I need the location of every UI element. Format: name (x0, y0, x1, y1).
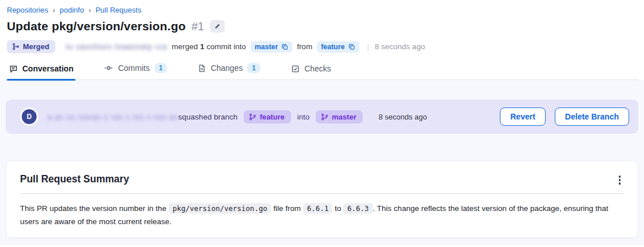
summary-text: to (335, 204, 341, 213)
summary-card-title: Pull Request Summary (20, 173, 129, 185)
summary-text: file from (273, 204, 301, 213)
revert-button[interactable]: Revert (500, 107, 546, 126)
page-title: Update pkg/version/version.go (7, 19, 186, 33)
tab-conversation[interactable]: Conversation (7, 64, 75, 79)
breadcrumb-podinfo[interactable]: podinfo (59, 6, 84, 14)
tab-label: Conversation (22, 64, 73, 73)
commit-count: 1 (200, 42, 205, 51)
checklist-icon (291, 65, 300, 73)
target-branch-chip[interactable]: master (251, 41, 292, 53)
delete-branch-button[interactable]: Delete Branch (555, 107, 629, 126)
tab-changes[interactable]: Changes 1 (196, 63, 263, 79)
inline-code-new-version: 6.6.3 (343, 203, 373, 214)
breadcrumb-separator: › (89, 6, 91, 14)
separator: | (367, 42, 369, 51)
tab-label: Commits (118, 63, 149, 73)
source-branch-chip[interactable]: feature (317, 41, 359, 53)
git-merge-icon (12, 43, 19, 50)
target-branch-label: master (255, 43, 278, 51)
from-label: from (297, 42, 312, 51)
avatar[interactable]: D (22, 109, 37, 124)
merge-description: merged 1 commit into (172, 42, 246, 51)
pr-tabs: Conversation Commits 1 Changes 1 Checks (6, 63, 638, 80)
source-branch-badge: feature (244, 110, 291, 124)
breadcrumb-repositories[interactable]: Repositories (7, 6, 48, 14)
source-branch-label: feature (260, 113, 284, 121)
file-icon (198, 64, 206, 73)
commit-icon (104, 63, 113, 73)
target-branch-label: master (332, 113, 356, 121)
pencil-icon (214, 23, 221, 30)
merged-status-label: Merged (23, 42, 49, 51)
tab-checks[interactable]: Checks (289, 64, 333, 79)
breadcrumb: Repositories › podinfo › Pull Requests (6, 6, 638, 14)
inline-code-old-version: 6.6.1 (303, 203, 333, 214)
merged-by-username-redacted: tu sascttozs tnaaonaty rca (66, 42, 167, 51)
merged-status-badge: Merged (7, 40, 55, 53)
speech-bubble-icon (9, 65, 18, 73)
banner-time-ago: 8 seconds ago (379, 113, 427, 121)
git-branch-icon (249, 113, 256, 121)
summary-card-body: This PR updates the version number in th… (6, 194, 638, 237)
into-label: into (297, 113, 310, 121)
commits-count-badge: 1 (154, 63, 168, 73)
tab-commits[interactable]: Commits 1 (102, 63, 169, 79)
summary-card-header: Pull Request Summary (20, 161, 624, 194)
breadcrumb-pull-requests[interactable]: Pull Requests (96, 6, 141, 14)
breadcrumb-separator: › (53, 6, 55, 14)
tab-label: Checks (304, 64, 331, 73)
pull-request-summary-card: Pull Request Summary This PR updates the… (6, 161, 638, 238)
banner-action-text: squashed branch (178, 113, 238, 121)
pr-content-area: D a as ss rssras s ras s rss s css as sq… (0, 80, 644, 245)
merged-time-ago: 8 seconds ago (375, 42, 425, 51)
copy-icon[interactable] (348, 43, 355, 50)
git-branch-icon (321, 113, 328, 121)
inline-code-filepath: pkg/version/version.go (169, 203, 272, 214)
source-branch-label: feature (321, 43, 345, 51)
copy-icon[interactable] (281, 43, 288, 50)
page-header: Repositories › podinfo › Pull Requests U… (0, 0, 644, 80)
kebab-menu-button[interactable] (615, 174, 625, 186)
summary-text: This PR updates the version number in th… (20, 204, 166, 213)
edit-title-button[interactable] (210, 20, 225, 33)
title-row: Update pkg/version/version.go #1 (6, 19, 638, 33)
pr-number: #1 (192, 20, 204, 33)
changes-count-badge: 1 (247, 63, 260, 73)
merged-banner: D a as ss rssras s ras s rss s css as sq… (6, 99, 638, 134)
target-branch-badge: master (316, 110, 363, 124)
pr-status-row: Merged tu sascttozs tnaaonaty rca merged… (6, 40, 638, 53)
banner-username-redacted: a as ss rssras s ras s rss s css as (47, 113, 178, 121)
tab-label: Changes (210, 63, 243, 73)
